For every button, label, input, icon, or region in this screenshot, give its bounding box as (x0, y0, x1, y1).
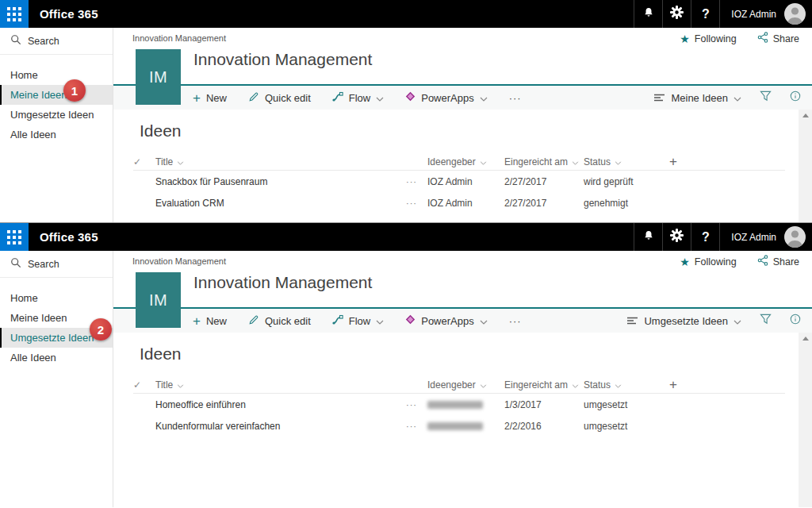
quick-edit-button[interactable]: Quick edit (248, 314, 311, 328)
column-header-ideengeber[interactable]: Ideengeber (427, 156, 504, 167)
question-mark-icon: ? (702, 7, 710, 21)
select-all-checkbox[interactable]: ✓ (133, 379, 155, 391)
row-more-button[interactable]: ··· (406, 198, 427, 208)
search-input[interactable]: Search (0, 251, 113, 277)
column-header-status[interactable]: Status (584, 379, 669, 391)
add-column-button[interactable]: + (669, 377, 785, 393)
column-header-eingereicht-am[interactable]: Eingereicht am (504, 156, 584, 167)
view-lines-icon (654, 92, 665, 104)
row-more-button[interactable]: ··· (406, 177, 427, 187)
settings-button[interactable] (662, 0, 691, 28)
info-button[interactable] (790, 90, 801, 105)
row-more-button[interactable]: ··· (406, 421, 427, 431)
gear-icon (670, 6, 684, 22)
more-commands-button[interactable]: ··· (509, 92, 522, 104)
following-label: Following (695, 256, 737, 267)
settings-button[interactable] (662, 223, 691, 251)
column-header-eingereicht-am[interactable]: Eingereicht am (504, 379, 584, 391)
help-button[interactable]: ? (691, 223, 719, 251)
row-title[interactable]: Snackbox für Pausenraum (155, 176, 406, 187)
scroll-up-arrow-icon[interactable] (799, 110, 812, 121)
table-row[interactable]: Kundenformular vereinfachen ··· 2/2/2016… (133, 415, 785, 437)
notifications-button[interactable] (634, 0, 662, 28)
chevron-down-icon (376, 315, 384, 327)
table-row[interactable]: Evaluation CRM ··· IOZ Admin 2/27/2017 g… (133, 192, 785, 214)
table-row[interactable]: Snackbox für Pausenraum ··· IOZ Admin 2/… (133, 171, 785, 192)
row-more-button[interactable]: ··· (406, 400, 427, 410)
view-selector[interactable]: Meine Ideen (654, 92, 741, 104)
suite-bar-actions: ? IOZ Admin (634, 0, 812, 28)
app-launcher-icon[interactable] (0, 0, 29, 28)
column-header-title[interactable]: Title (155, 379, 406, 391)
flow-label: Flow (349, 92, 370, 104)
chevron-down-icon (177, 379, 184, 391)
info-button[interactable] (790, 314, 801, 328)
account-menu[interactable]: IOZ Admin (719, 223, 812, 251)
powerapps-diamond-icon (405, 91, 416, 104)
scroll-up-arrow-icon[interactable] (799, 333, 812, 344)
site-logo[interactable]: IM (136, 49, 181, 105)
row-title[interactable]: Kundenformular vereinfachen (155, 421, 406, 432)
flow-button[interactable]: Flow (332, 91, 384, 104)
sidebar-item-alle-ideen[interactable]: Alle Ideen (0, 125, 113, 144)
row-title[interactable]: Homeoffice einführen (155, 399, 406, 410)
following-button[interactable]: ★ Following (680, 33, 736, 44)
row-ideengeber (427, 422, 504, 430)
plus-icon: + (193, 91, 201, 105)
screenshot-panel-2: Office 365 ? IOZ Admin (0, 222, 812, 507)
column-header-title[interactable]: Title (155, 156, 406, 167)
add-column-button[interactable]: + (669, 154, 785, 170)
o365-suite-bar: Office 365 ? IOZ Admin (0, 0, 812, 28)
sidebar-item-umgesetzte-ideen[interactable]: Umgesetzte Ideen (0, 105, 113, 125)
table-row[interactable]: Homeoffice einführen ··· 1/3/2017 umgese… (133, 394, 785, 415)
share-button[interactable]: Share (757, 32, 799, 45)
quick-edit-label: Quick edit (265, 315, 311, 327)
filter-button[interactable] (760, 314, 772, 328)
view-selector[interactable]: Umgesetzte Ideen (627, 315, 741, 327)
user-name: IOZ Admin (731, 232, 776, 243)
flow-button[interactable]: Flow (332, 314, 384, 327)
breadcrumb[interactable]: Innovation Management (132, 33, 226, 43)
filter-button[interactable] (760, 90, 772, 105)
chevron-down-icon (733, 92, 741, 104)
sidebar-item-meine-ideen[interactable]: Meine Ideen (0, 85, 113, 105)
vertical-scrollbar[interactable] (799, 333, 812, 507)
app-launcher-icon[interactable] (0, 223, 29, 251)
avatar[interactable] (784, 226, 806, 248)
flow-icon (332, 314, 343, 327)
sidebar-item-alle-ideen[interactable]: Alle Ideen (0, 348, 113, 368)
following-button[interactable]: ★ Following (680, 256, 736, 267)
ideas-table: ✓ Title Ideengeber Eingereicht am Status… (133, 153, 785, 214)
sidebar-item-home[interactable]: Home (0, 288, 113, 308)
sidebar-nav: Search Home Meine Ideen Umgesetzte Ideen… (0, 251, 113, 507)
command-bar: + New Quick edit Flow (113, 84, 812, 110)
new-button[interactable]: + New (193, 91, 227, 105)
account-menu[interactable]: IOZ Admin (719, 0, 812, 28)
search-input[interactable]: Search (0, 28, 113, 54)
breadcrumb[interactable]: Innovation Management (132, 256, 226, 266)
share-icon (757, 255, 768, 268)
new-button[interactable]: + New (193, 314, 227, 328)
select-all-checkbox[interactable]: ✓ (133, 156, 155, 167)
vertical-scrollbar[interactable] (799, 110, 812, 222)
column-header-ideengeber[interactable]: Ideengeber (427, 379, 504, 391)
help-button[interactable]: ? (691, 0, 719, 28)
sidebar-divider (0, 54, 113, 55)
site-logo[interactable]: IM (136, 272, 181, 328)
column-header-status[interactable]: Status (584, 156, 669, 167)
sidebar-item-home[interactable]: Home (0, 65, 113, 85)
notifications-button[interactable] (634, 223, 662, 251)
more-commands-button[interactable]: ··· (509, 315, 522, 327)
powerapps-button[interactable]: PowerApps (405, 91, 487, 104)
main-content: Innovation Management ★ Following Share … (113, 251, 812, 507)
gear-icon (670, 229, 684, 245)
powerapps-button[interactable]: PowerApps (405, 314, 487, 327)
row-status: umgesetzt (584, 399, 669, 410)
quick-edit-button[interactable]: Quick edit (248, 91, 311, 105)
quick-edit-label: Quick edit (265, 92, 311, 104)
check-icon: ✓ (133, 379, 141, 391)
view-label: Umgesetzte Ideen (644, 315, 728, 327)
avatar[interactable] (784, 3, 806, 25)
row-title[interactable]: Evaluation CRM (155, 198, 406, 209)
share-button[interactable]: Share (757, 255, 799, 268)
